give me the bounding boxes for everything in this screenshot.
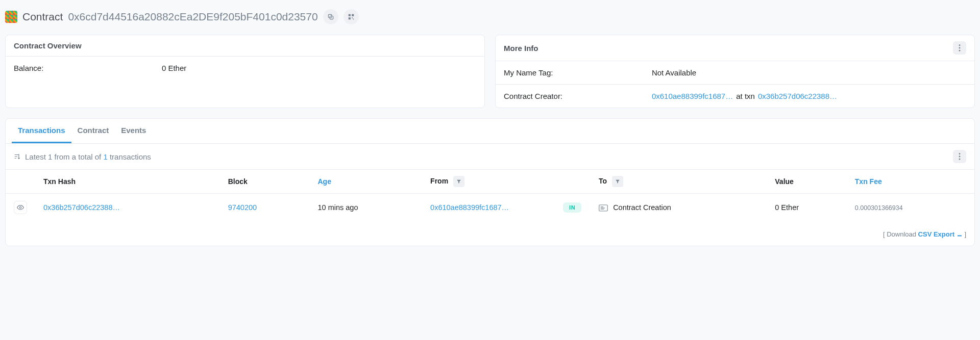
at-txn-text: at txn [736, 92, 755, 100]
nametag-value: Not Available [652, 68, 966, 77]
copy-address-button[interactable] [323, 9, 338, 24]
csv-export-link[interactable]: CSV Export [918, 230, 965, 238]
col-age[interactable]: Age [309, 170, 422, 194]
transactions-card: Transactions Contract Events Latest 1 fr… [5, 118, 975, 246]
creator-address-link[interactable]: 0x610ae88399fc1687… [652, 92, 733, 100]
svg-rect-4 [348, 17, 350, 19]
page-title-label: Contract [22, 11, 63, 23]
balance-value: 0 Ether [162, 64, 476, 72]
svg-rect-5 [352, 17, 353, 18]
summary-prefix: Latest 1 from a total of [25, 152, 101, 161]
copy-icon [327, 13, 334, 20]
col-to-label: To [599, 177, 607, 185]
col-from-label: From [430, 177, 448, 185]
download-icon [957, 231, 963, 239]
page-header: Contract 0x6cd7d44516a20882cEa2DE9f205bF… [5, 5, 975, 35]
to-value: Contract Creation [613, 203, 671, 212]
tab-events[interactable]: Events [115, 119, 152, 143]
svg-point-9 [959, 50, 961, 51]
svg-point-7 [959, 44, 961, 46]
row-expand-button[interactable] [14, 201, 27, 214]
transactions-summary: Latest 1 from a total of 1 transactions [14, 152, 151, 161]
tab-transactions[interactable]: Transactions [12, 119, 71, 143]
summary-count: 1 [103, 152, 107, 161]
balance-label: Balance: [14, 64, 162, 72]
more-info-title: More Info [504, 44, 538, 53]
col-value: Value [767, 170, 847, 194]
svg-point-13 [19, 206, 21, 208]
dots-vertical-icon [959, 44, 961, 51]
from-filter-button[interactable] [453, 176, 464, 187]
more-info-menu-button[interactable] [953, 41, 966, 55]
col-txn-fee[interactable]: Txn Fee [847, 170, 974, 194]
txn-fee: 0.000301366934 [855, 204, 903, 212]
nametag-label: My Name Tag: [504, 68, 652, 77]
csv-export-label: CSV Export [918, 230, 955, 238]
contract-creation-icon [599, 204, 608, 212]
overview-title: Contract Overview [14, 41, 82, 50]
svg-rect-3 [352, 14, 354, 16]
from-address-link[interactable]: 0x610ae88399fc1687… [430, 203, 509, 212]
txn-value: 0 Ether [767, 194, 847, 222]
page-title-address: 0x6cd7d44516a20882cEa2DE9f205bF401c0d235… [68, 11, 317, 23]
to-filter-button[interactable] [612, 176, 623, 187]
summary-suffix: transactions [110, 152, 151, 161]
eye-icon [17, 204, 24, 211]
contract-identicon [5, 11, 17, 23]
col-expand [6, 170, 35, 194]
txn-age: 10 mins ago [309, 194, 422, 222]
block-link[interactable]: 9740200 [228, 203, 257, 212]
contract-overview-card: Contract Overview Balance: 0 Ether [5, 35, 485, 108]
svg-point-8 [959, 47, 961, 49]
creator-label: Contract Creator: [504, 92, 652, 100]
transactions-menu-button[interactable] [953, 150, 966, 163]
transactions-table: Txn Hash Block Age From To [6, 169, 974, 221]
creator-txn-link[interactable]: 0x36b257d06c22388… [758, 92, 837, 100]
svg-point-12 [959, 159, 961, 160]
txn-hash-link[interactable]: 0x36b257d06c22388… [43, 203, 120, 212]
export-row: [ Download CSV Export ] [6, 226, 974, 246]
dots-vertical-icon [959, 153, 961, 160]
col-direction [555, 170, 591, 194]
svg-rect-6 [353, 19, 354, 20]
qrcode-icon [348, 13, 355, 20]
col-txn-hash: Txn Hash [35, 170, 220, 194]
svg-point-11 [959, 156, 961, 158]
col-from: From [422, 170, 555, 194]
svg-point-10 [959, 153, 961, 154]
tabs-bar: Transactions Contract Events [6, 119, 974, 144]
sort-icon [14, 153, 21, 160]
direction-badge: IN [563, 202, 581, 213]
filter-icon [615, 179, 620, 184]
col-to: To [591, 170, 767, 194]
export-suffix: ] [964, 230, 966, 238]
more-info-card: More Info My Name Tag: Not Available Con… [495, 35, 975, 108]
tab-contract[interactable]: Contract [71, 119, 115, 143]
col-block: Block [220, 170, 310, 194]
table-row: 0x36b257d06c22388… 9740200 10 mins ago 0… [6, 194, 974, 222]
export-prefix: [ Download [883, 230, 916, 238]
svg-rect-2 [348, 14, 350, 16]
filter-icon [456, 179, 461, 184]
qrcode-button[interactable] [344, 9, 359, 24]
